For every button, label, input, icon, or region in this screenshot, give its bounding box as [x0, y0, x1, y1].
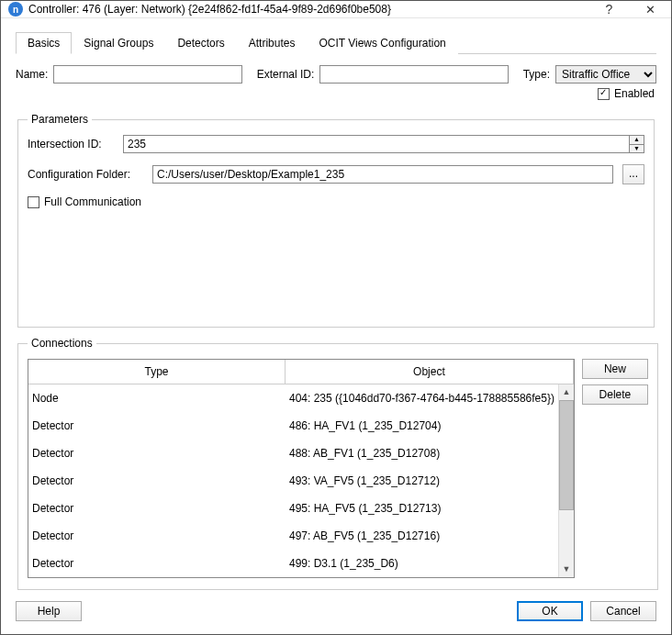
column-type-header[interactable]: Type — [28, 360, 286, 384]
content-area: BasicsSignal GroupsDetectorsAttributesOC… — [1, 18, 671, 590]
config-folder-label: Configuration Folder: — [28, 168, 147, 181]
enabled-label: Enabled — [614, 87, 655, 100]
table-row[interactable]: Detector486: HA_FV1 (1_235_D12704) — [28, 412, 558, 440]
full-communication-checkbox[interactable]: Full Communication — [28, 195, 141, 208]
window-controls: ? ✕ — [588, 1, 671, 17]
tab-signal-groups[interactable]: Signal Groups — [72, 32, 165, 54]
config-folder-row: Configuration Folder: ... — [28, 164, 644, 184]
dialog-window: n Controller: 476 (Layer: Network) {2e24… — [0, 0, 672, 635]
cell-object: 488: AB_FV1 (1_235_D12708) — [286, 447, 558, 460]
cell-type: Detector — [28, 447, 286, 460]
connections-table: Type Object Node404: 235 ({1046dd70-f367… — [28, 359, 575, 578]
delete-button[interactable]: Delete — [582, 384, 648, 405]
spinner-up-icon[interactable]: ▲ — [630, 136, 644, 145]
type-label: Type: — [523, 68, 550, 81]
intersection-id-input[interactable] — [123, 135, 630, 153]
external-id-label: External ID: — [257, 68, 315, 81]
help-button[interactable]: Help — [16, 601, 82, 621]
enabled-row: Enabled — [16, 87, 656, 100]
scroll-up-icon[interactable]: ▲ — [559, 384, 574, 400]
name-input[interactable] — [53, 65, 241, 84]
top-row: Name: External ID: Type: Sitraffic Offic… — [16, 65, 656, 84]
tab-attributes[interactable]: Attributes — [237, 32, 308, 54]
tab-bar: BasicsSignal GroupsDetectorsAttributesOC… — [16, 31, 656, 54]
intersection-id-spinner: ▲ ▼ — [123, 135, 644, 153]
scroll-thumb[interactable] — [559, 400, 574, 510]
cell-type: Detector — [28, 529, 286, 542]
cell-object: 499: D3.1 (1_235_D6) — [286, 557, 558, 570]
close-icon[interactable]: ✕ — [630, 1, 671, 17]
table-row[interactable]: Detector499: D3.1 (1_235_D6) — [28, 550, 558, 577]
new-button[interactable]: New — [582, 359, 648, 379]
table-row[interactable]: Node404: 235 ({1046dd70-f367-4764-b445-1… — [28, 384, 558, 412]
cell-object: 493: VA_FV5 (1_235_D12712) — [286, 474, 558, 487]
connections-side-buttons: New Delete — [582, 359, 648, 578]
name-label: Name: — [16, 68, 48, 81]
tab-detectors[interactable]: Detectors — [165, 32, 236, 54]
table-header: Type Object — [28, 360, 574, 384]
intersection-id-label: Intersection ID: — [28, 138, 118, 150]
cell-object: 497: AB_FV5 (1_235_D12716) — [286, 529, 558, 542]
window-title: Controller: 476 (Layer: Network) {2e24f8… — [28, 3, 588, 16]
cell-object: 495: HA_FV5 (1_235_D12713) — [286, 502, 558, 515]
checkbox-icon — [28, 196, 39, 208]
titlebar: n Controller: 476 (Layer: Network) {2e24… — [1, 1, 671, 18]
browse-button[interactable]: ... — [622, 164, 644, 184]
footer: Help OK Cancel — [1, 590, 671, 634]
table-body: Node404: 235 ({1046dd70-f367-4764-b445-1… — [28, 384, 558, 577]
connections-group: Connections Type Object Node404: 235 ({1… — [17, 337, 658, 590]
table-row[interactable]: Detector495: HA_FV5 (1_235_D12713) — [28, 495, 558, 522]
scroll-down-icon[interactable]: ▼ — [559, 562, 574, 577]
cell-type: Detector — [28, 557, 286, 570]
spinner-buttons: ▲ ▼ — [630, 135, 644, 153]
cell-object: 486: HA_FV1 (1_235_D12704) — [286, 419, 558, 432]
help-icon[interactable]: ? — [588, 1, 630, 17]
cancel-button[interactable]: Cancel — [590, 601, 656, 621]
connections-legend: Connections — [28, 337, 96, 350]
enabled-checkbox[interactable]: Enabled — [598, 87, 655, 100]
config-folder-input[interactable] — [152, 165, 613, 184]
full-communication-label: Full Communication — [44, 195, 141, 208]
vertical-scrollbar[interactable]: ▲ ▼ — [558, 384, 574, 577]
table-row[interactable]: Detector488: AB_FV1 (1_235_D12708) — [28, 440, 558, 467]
table-row[interactable]: Detector497: AB_FV5 (1_235_D12716) — [28, 522, 558, 550]
app-icon: n — [8, 2, 23, 17]
tab-basics[interactable]: Basics — [16, 32, 72, 54]
column-object-header[interactable]: Object — [286, 360, 574, 384]
parameters-legend: Parameters — [28, 113, 92, 126]
intersection-row: Intersection ID: ▲ ▼ — [28, 135, 644, 153]
external-id-input[interactable] — [319, 65, 508, 84]
table-row[interactable]: Detector493: VA_FV5 (1_235_D12712) — [28, 467, 558, 495]
full-comm-row: Full Communication — [28, 195, 644, 208]
cell-type: Detector — [28, 502, 286, 515]
checkbox-icon — [598, 88, 610, 100]
tab-ocit-views-configuration[interactable]: OCIT Views Configuration — [307, 32, 457, 54]
spinner-down-icon[interactable]: ▼ — [630, 145, 644, 153]
cell-type: Node — [28, 392, 286, 405]
cell-type: Detector — [28, 474, 286, 487]
parameters-group: Parameters Intersection ID: ▲ ▼ Configur… — [17, 113, 655, 328]
cell-object: 404: 235 ({1046dd70-f367-4764-b445-17888… — [286, 392, 558, 405]
type-select[interactable]: Sitraffic Office — [555, 65, 656, 84]
ok-button[interactable]: OK — [517, 601, 583, 621]
cell-type: Detector — [28, 419, 286, 432]
